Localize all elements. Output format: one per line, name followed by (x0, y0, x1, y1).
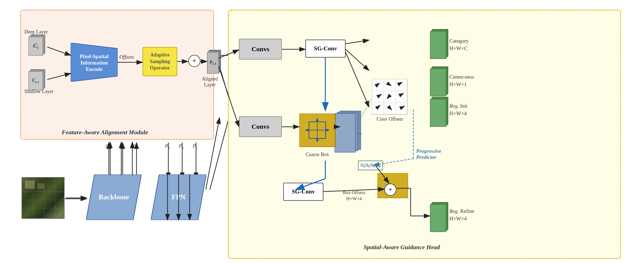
c4-label: C4 (119, 143, 124, 150)
pixel-spatial-encode: Pixel-Spatial Information Encode (71, 43, 118, 82)
satellite-image (22, 177, 65, 219)
sg-conv-bottom-box: SG-Conv (283, 183, 323, 201)
deep-layer-label: Deep Layer (24, 29, 48, 35)
deformable-convs: ··· (334, 111, 368, 160)
svg-text:Information: Information (80, 60, 108, 66)
c5-label: C5 (133, 143, 138, 150)
fpn-shape: FPN (151, 174, 206, 221)
svg-text:Pixel-Spatial: Pixel-Spatial (80, 53, 108, 59)
svg-text:FPN: FPN (172, 193, 186, 201)
sagh-title: Spatial-Aware Guidance Head (364, 244, 440, 251)
backbone-shape: Backbone (86, 174, 141, 221)
reg-init-output: Reg. InitH×W×4 (430, 97, 451, 127)
offsets-label: Offsets (119, 54, 134, 60)
convs-bottom-box: Convs (239, 116, 282, 137)
svg-text:Backbone: Backbone (99, 193, 129, 201)
convs-top-box: Convs (239, 39, 282, 60)
p4-label: P4 (179, 143, 184, 150)
reg-refine-output: Reg. RefineH×W×4 (430, 202, 451, 233)
aligned-layer-label: Aligned Layer (197, 76, 222, 88)
sagh-box (228, 10, 621, 259)
p5-label: P5 (193, 143, 197, 150)
delta-label-box: Δl|Δt|Δr|Δb (358, 161, 383, 170)
fam-title: Feature-Aware Alignment Module (62, 129, 148, 136)
progressive-predictor-label: ProgressivePredictor (416, 148, 441, 160)
svg-rect-63 (372, 79, 407, 114)
coarse-box-shape: Coarse Box (299, 114, 338, 151)
c3-label: C3 (105, 143, 110, 150)
main-container: Ci Ci-1 Deep Layer Shallow Layer Pixel-S… (0, 0, 644, 263)
adaptive-sampling-box: AdaptiveSamplingOperator (143, 47, 177, 76)
ci-feature-map: Ci (29, 35, 47, 55)
circle-plus-box: + (384, 184, 396, 196)
category-output: CategoryH×W×C (430, 29, 451, 60)
shallow-layer-label: Shallow Layer (24, 89, 53, 94)
diagram-wrapper: Ci Ci-1 Deep Layer Shallow Layer Pixel-S… (17, 7, 627, 256)
conv-offsets-grid: Conv Offsets (372, 79, 408, 116)
sg-conv-top-box: SG-Conv (305, 40, 346, 58)
svg-text:Encode: Encode (86, 66, 102, 72)
centerness-output: Center-nessH×W×1 (430, 66, 451, 97)
box-offsets-label: Box OffsetsH×W×4 (343, 190, 365, 202)
circle-plus: + (188, 55, 200, 67)
ci-minus1-feature-map: Ci-1 (29, 69, 47, 90)
p3-label: P3 (165, 143, 170, 150)
svg-rect-45 (25, 181, 35, 189)
pi-minus1-feature-map: Pi-1 (207, 50, 222, 73)
svg-rect-46 (37, 183, 44, 189)
svg-text:···: ··· (358, 131, 362, 137)
